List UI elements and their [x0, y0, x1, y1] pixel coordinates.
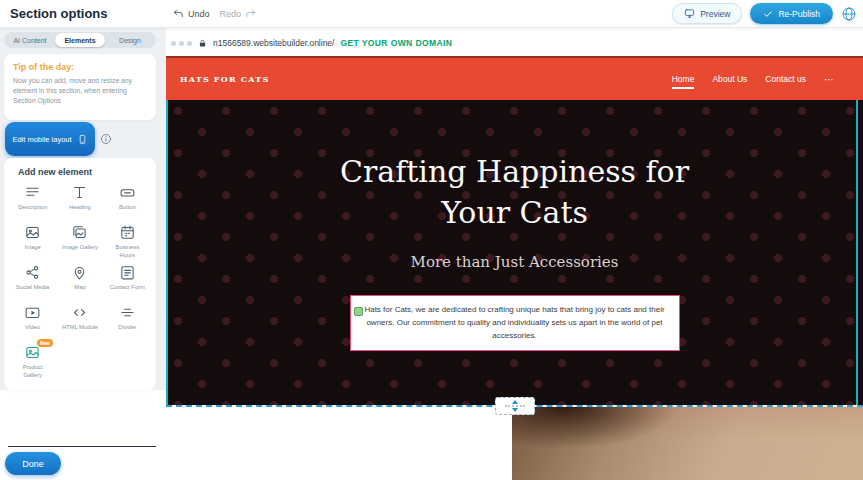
add-element-social-media[interactable]: Social Media [9, 264, 56, 302]
monitor-icon [684, 8, 695, 19]
topbar-actions: Preview Re-Publish [672, 3, 857, 24]
html-module-icon [71, 304, 88, 321]
element-label: Button [119, 204, 136, 212]
undo-button[interactable]: Undo [173, 8, 210, 19]
redo-icon [245, 8, 256, 19]
add-element-panel: Add new element Description Heading Butt… [4, 158, 156, 390]
page-title: Section options [10, 6, 108, 21]
add-element-image[interactable]: Image [9, 224, 56, 262]
element-label: Social Media [16, 284, 49, 292]
sidebar-divider [8, 446, 156, 447]
site-logo[interactable]: HATS FOR CATS [180, 74, 269, 84]
browser-dot [179, 41, 184, 46]
browser-bar: n1566589.websitebuilder.online/ GET YOUR… [166, 30, 863, 56]
new-badge: New [37, 339, 53, 347]
undo-icon [173, 8, 184, 19]
drag-grip-icon [505, 405, 525, 407]
add-element-image-gallery[interactable]: Image Gallery [56, 224, 103, 262]
preview-label: Preview [700, 9, 730, 19]
arrow-up-icon [512, 400, 518, 404]
check-icon [763, 9, 773, 19]
add-element-description[interactable]: Description [9, 184, 56, 222]
element-label: Description [18, 204, 47, 212]
element-label: Video [25, 324, 40, 332]
get-domain-link[interactable]: GET YOUR OWN DOMAIN [340, 38, 452, 48]
redo-label: Redo [220, 9, 242, 19]
add-element-html-module[interactable]: HTML Module [56, 304, 103, 342]
add-element-divider[interactable]: Divider [104, 304, 151, 342]
undo-label: Undo [188, 9, 210, 19]
element-label: Business Hours [108, 244, 146, 259]
map-icon [71, 264, 88, 281]
preview-button[interactable]: Preview [672, 3, 742, 24]
done-button[interactable]: Done [5, 452, 61, 475]
hero-section[interactable]: Crafting Happiness for Your Cats More th… [166, 100, 863, 405]
tab-ai-content[interactable]: AI Content [5, 33, 55, 47]
button-icon [119, 184, 136, 201]
sidebar: AI Content Elements Design Tip of the da… [0, 28, 166, 480]
heading-icon [71, 184, 88, 201]
business-hours-icon [119, 224, 136, 241]
add-element-video[interactable]: Video [9, 304, 56, 342]
hero-text-element[interactable]: Hats for Cats, we are dedicated to craft… [350, 295, 680, 351]
divider-icon [119, 304, 136, 321]
browser-dot [187, 41, 192, 46]
hero-heading[interactable]: Crafting Happiness for Your Cats [315, 152, 715, 233]
browser-dots [171, 41, 192, 46]
republish-button[interactable]: Re-Publish [750, 3, 833, 24]
video-icon [24, 304, 41, 321]
add-element-map[interactable]: Map [56, 264, 103, 302]
image-gallery-icon [71, 224, 88, 241]
info-icon[interactable] [100, 133, 112, 145]
nav-more-icon[interactable]: ⋯ [824, 74, 835, 85]
element-label: Image [25, 244, 41, 252]
preview-canvas: n1566589.websitebuilder.online/ GET YOUR… [166, 28, 863, 480]
add-element-heading[interactable]: Heading [56, 184, 103, 222]
tip-card: Tip of the day: Now you can add, move an… [4, 54, 156, 120]
contact-form-icon [119, 264, 136, 281]
edit-mobile-label: Edit mobile layout [12, 135, 71, 144]
nav-contact-us[interactable]: Contact us [765, 67, 806, 91]
add-element-business-hours[interactable]: Business Hours [104, 224, 151, 262]
tab-elements[interactable]: Elements [55, 33, 105, 47]
republish-label: Re-Publish [778, 9, 820, 19]
site-nav: Home About Us Contact us ⋯ [672, 67, 835, 91]
redo-button[interactable]: Redo [220, 8, 257, 19]
tip-body: Now you can add, move and resize any ele… [13, 76, 147, 107]
social-media-icon [24, 264, 41, 281]
app-window: Section options Undo Redo Preview Re-Pub… [0, 0, 863, 480]
sidebar-tabs: AI Content Elements Design [4, 32, 156, 48]
image-icon [24, 224, 41, 241]
element-label: Heading [69, 204, 91, 212]
topbar: Section options Undo Redo Preview Re-Pub… [0, 0, 863, 28]
history-controls: Undo Redo [173, 8, 256, 19]
hero-body-text: Hats for Cats, we are dedicated to craft… [364, 305, 664, 340]
nav-home[interactable]: Home [672, 67, 695, 91]
nav-about-us[interactable]: About Us [712, 67, 747, 91]
tab-design[interactable]: Design [105, 33, 155, 47]
section-selection-border-right [856, 100, 858, 405]
edit-mobile-layout-button[interactable]: Edit mobile layout [5, 122, 95, 156]
element-label: Image Gallery [62, 244, 98, 252]
element-label: Map [74, 284, 85, 292]
element-handle-icon[interactable] [354, 307, 363, 316]
add-element-contact-form[interactable]: Contact Form [104, 264, 151, 302]
product-gallery-icon-wrap: New [24, 344, 41, 361]
element-label: HTML Module [62, 324, 98, 332]
arrow-down-icon [512, 408, 518, 412]
hero-subheading[interactable]: More than Just Accessories [411, 253, 619, 271]
language-globe-icon[interactable] [841, 6, 857, 22]
next-section-cat-photo[interactable] [512, 407, 863, 480]
add-element-button[interactable]: Button [104, 184, 151, 222]
description-icon [24, 184, 41, 201]
element-label: Contact Form [110, 284, 145, 292]
browser-dot [171, 41, 176, 46]
tip-title: Tip of the day: [13, 62, 147, 72]
site-url: n1566589.websitebuilder.online/ [213, 38, 334, 48]
add-element-product-gallery[interactable]: New Product Gallery [9, 344, 56, 382]
site-header: HATS FOR CATS Home About Us Contact us ⋯ [166, 56, 863, 100]
element-grid: Description Heading Button Image Image G… [9, 184, 151, 382]
section-resize-handle[interactable] [495, 397, 535, 415]
element-label: Product Gallery [14, 364, 52, 379]
element-label: Divider [118, 324, 136, 332]
